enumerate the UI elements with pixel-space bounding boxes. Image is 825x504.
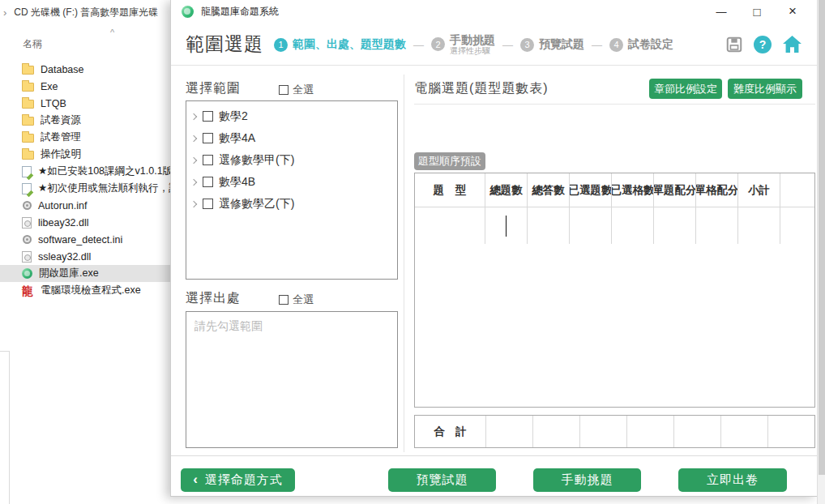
list-item-selected[interactable]: 開啟題庫.exe [0, 265, 172, 282]
list-item[interactable]: 試卷資源 [0, 112, 172, 129]
list-item[interactable]: 操作說明 [0, 146, 172, 163]
computer-select-title: 電腦選題(題型題數表) [414, 80, 549, 97]
text-document-icon [22, 183, 32, 194]
list-item[interactable]: ★如已安裝108課綱之v1.0.1版題 [0, 163, 172, 180]
column-header: 已選格數 [612, 173, 654, 207]
file-name: ★初次使用或無法順利執行，請 [38, 182, 172, 195]
maximize-button[interactable]: □ [739, 0, 775, 23]
list-item[interactable]: Database [0, 61, 172, 78]
table-cell-active[interactable] [485, 207, 528, 244]
tree-item[interactable]: 選修數學乙(下) [186, 193, 397, 215]
close-button[interactable]: × [775, 0, 810, 23]
chevron-right-icon[interactable]: › [3, 6, 6, 19]
generate-paper-button[interactable]: 立即出卷 [678, 468, 787, 492]
preview-questions-button[interactable]: 預覽試題 [388, 468, 496, 492]
list-item[interactable]: 試卷管理 [0, 129, 172, 146]
expand-chevron-icon[interactable] [190, 156, 197, 163]
column-header: 小計 [738, 173, 780, 207]
column-header: 單題配分 [654, 173, 696, 207]
expand-chevron-icon[interactable] [190, 113, 197, 119]
name-column-header[interactable]: 名稱 [23, 37, 42, 51]
checkbox[interactable] [279, 85, 289, 95]
table-cell[interactable] [415, 207, 485, 244]
tree-item[interactable]: 數學4B [186, 171, 397, 193]
checkbox[interactable] [203, 133, 213, 143]
file-name: Database [41, 64, 84, 75]
file-name: libeay32.dll [38, 217, 89, 229]
checkbox[interactable] [203, 155, 213, 165]
sort-ascending-icon[interactable]: ^ [110, 28, 114, 37]
list-item[interactable]: libeay32.dll [0, 214, 172, 231]
range-select-all[interactable]: 全選 [279, 83, 314, 97]
table-cell[interactable] [696, 207, 738, 244]
expand-chevron-icon[interactable] [190, 200, 197, 207]
table-cell[interactable] [738, 207, 780, 244]
checkbox[interactable] [279, 295, 289, 305]
list-item[interactable]: LTQB [0, 95, 172, 112]
select-source-title: 選擇出處 [186, 290, 241, 307]
source-select-all[interactable]: 全選 [279, 293, 314, 307]
expand-chevron-icon[interactable] [190, 178, 197, 185]
help-icon[interactable]: ? [754, 36, 772, 53]
page-title: 範圍選題 [186, 32, 263, 57]
table-empty-area [415, 244, 814, 407]
step-number-badge: 2 [431, 37, 445, 51]
checkbox[interactable] [203, 199, 213, 209]
minimize-button[interactable]: — [703, 0, 739, 23]
source-list-box[interactable]: 請先勾選範圍 [186, 311, 398, 448]
difficulty-ratio-button[interactable]: 難度比例顯示 [728, 79, 802, 99]
table-cell[interactable] [654, 207, 696, 244]
file-name: ssleay32.dll [38, 251, 91, 263]
expand-chevron-icon[interactable] [190, 135, 197, 141]
column-header: 題 型 [415, 173, 485, 207]
file-name: 電腦環境檢查程式.exe [41, 284, 141, 297]
step-range[interactable]: 1 範圍、出處、題型題數 [274, 37, 406, 52]
dragon-exe-icon: 龍 [22, 285, 34, 297]
table-cell[interactable] [528, 207, 570, 244]
tree-item-label: 選修數學甲(下) [219, 153, 294, 168]
list-item[interactable]: ssleay32.dll [0, 248, 172, 265]
drive-tree-item[interactable]: › CD 光碟機 (F:) 普高數學題庫光碟 [3, 6, 158, 19]
green-app-icon [22, 268, 32, 279]
table-cell[interactable] [570, 207, 612, 244]
step-label: 範圍、出處、題型題數 [293, 37, 406, 52]
chapter-ratio-button[interactable]: 章節比例設定 [649, 79, 722, 99]
manual-pick-button[interactable]: 手動挑題 [533, 468, 641, 492]
folder-icon [22, 100, 34, 109]
list-item[interactable]: ★初次使用或無法順利執行，請 [0, 180, 172, 197]
vertical-scrollbar[interactable] [817, 0, 825, 504]
title-bar: 龍騰題庫命題系統 — □ × [171, 0, 817, 23]
folder-icon [22, 151, 34, 160]
list-item[interactable]: Autorun.inf [0, 197, 172, 214]
header-divider [171, 65, 817, 66]
step-manual-pick[interactable]: 2 手動挑題 選擇性步驟 [431, 34, 495, 55]
step-paper-settings[interactable]: 4 試卷設定 [609, 37, 673, 52]
scrollbar-thumb[interactable] [819, 0, 825, 475]
table-cell[interactable] [780, 207, 814, 244]
checkbox[interactable] [203, 111, 213, 122]
back-to-method-button[interactable]: ‹ 選擇命題方式 [181, 468, 295, 492]
home-icon[interactable] [782, 35, 802, 53]
tree-item[interactable]: 數學2 [186, 105, 397, 127]
table-cell[interactable] [612, 207, 654, 244]
total-label: 合 計 [415, 416, 485, 447]
tree-item[interactable]: 選修數學甲(下) [186, 149, 397, 171]
list-item[interactable]: Exe [0, 78, 172, 95]
window-controls: — □ × [703, 0, 810, 23]
checkbox[interactable] [203, 177, 213, 187]
window-title: 龍騰題庫命題系統 [201, 5, 279, 19]
step-separator: — [413, 39, 424, 51]
type-order-preset-button[interactable]: 題型順序預設 [414, 152, 485, 170]
header-icons: ? [725, 35, 802, 53]
footer-divider [171, 455, 817, 456]
total-cell [532, 416, 579, 447]
list-item[interactable]: 龍 電腦環境檢查程式.exe [0, 282, 172, 299]
tree-item[interactable]: 數學4A [186, 127, 397, 149]
step-preview[interactable]: 3 預覽試題 [520, 37, 584, 52]
total-cell [720, 416, 767, 447]
save-icon[interactable] [725, 36, 743, 53]
list-item[interactable]: software_detect.ini [0, 231, 172, 248]
step-number-badge: 1 [274, 38, 288, 52]
column-header: 總答數 [528, 173, 570, 207]
file-name: software_detect.ini [38, 234, 122, 246]
